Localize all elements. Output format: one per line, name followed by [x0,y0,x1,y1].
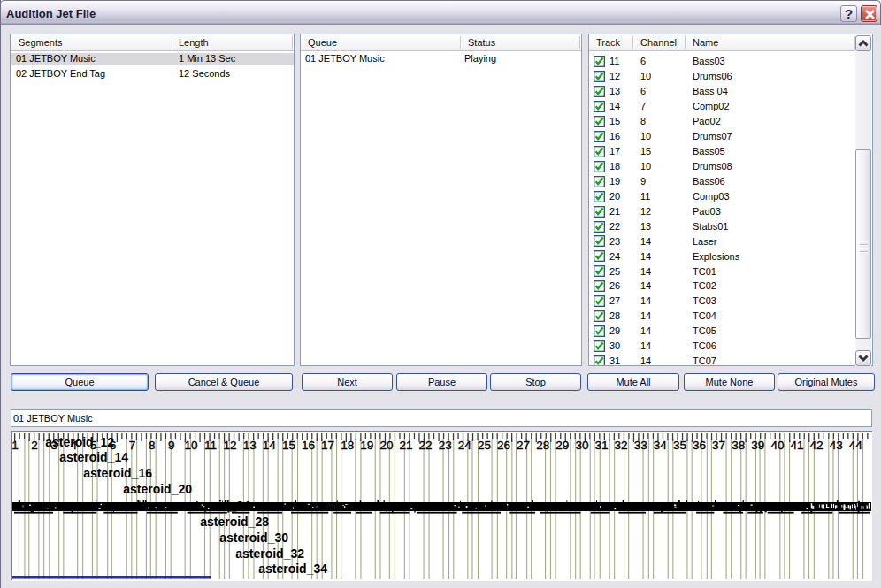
svg-text:19: 19 [360,439,373,452]
svg-text:43: 43 [830,439,843,452]
svg-text:14: 14 [263,439,277,452]
svg-text:asteroid_28: asteroid_28 [200,515,269,529]
svg-text:22: 22 [419,439,433,452]
svg-text:asteroid_20: asteroid_20 [123,482,192,496]
svg-text:7: 7 [129,439,136,452]
svg-text:10: 10 [184,439,197,452]
svg-text:asteroid_34: asteroid_34 [258,561,327,576]
svg-text:36: 36 [693,439,706,452]
svg-text:41: 41 [790,439,803,452]
svg-text:13: 13 [243,439,257,452]
svg-text:34: 34 [654,439,668,452]
svg-text:24: 24 [458,439,472,452]
svg-text:42: 42 [810,439,824,452]
svg-text:28: 28 [536,439,549,452]
svg-text:27: 27 [517,439,530,452]
svg-text:37: 37 [712,439,725,452]
svg-text:33: 33 [634,439,647,452]
svg-text:38: 38 [732,439,745,452]
svg-text:32: 32 [615,439,628,452]
svg-text:39: 39 [751,439,764,452]
svg-text:9: 9 [168,439,175,452]
svg-text:asteroid_30: asteroid_30 [219,531,288,545]
svg-text:21: 21 [399,439,412,452]
svg-text:20: 20 [379,439,393,452]
svg-text:1: 1 [12,439,19,452]
svg-text:11: 11 [204,439,217,452]
svg-text:40: 40 [770,439,784,452]
svg-text:asteroid_32: asteroid_32 [235,546,304,561]
svg-text:29: 29 [555,439,569,452]
svg-text:18: 18 [341,439,354,452]
svg-text:17: 17 [321,439,334,452]
svg-text:23: 23 [439,439,452,452]
svg-text:16: 16 [302,439,315,452]
svg-text:2: 2 [31,439,38,452]
svg-text:15: 15 [282,439,295,452]
svg-text:asteroid_14: asteroid_14 [59,450,128,464]
svg-text:26: 26 [497,439,510,452]
svg-text:asteroid_12: asteroid_12 [45,435,114,449]
svg-text:30: 30 [575,439,588,452]
svg-text:12: 12 [224,439,237,452]
svg-text:35: 35 [673,439,686,452]
svg-text:25: 25 [478,439,491,452]
svg-text:8: 8 [149,439,156,452]
svg-text:asteroid_16: asteroid_16 [83,466,152,480]
svg-text:31: 31 [594,439,608,452]
svg-text:44: 44 [849,439,863,452]
